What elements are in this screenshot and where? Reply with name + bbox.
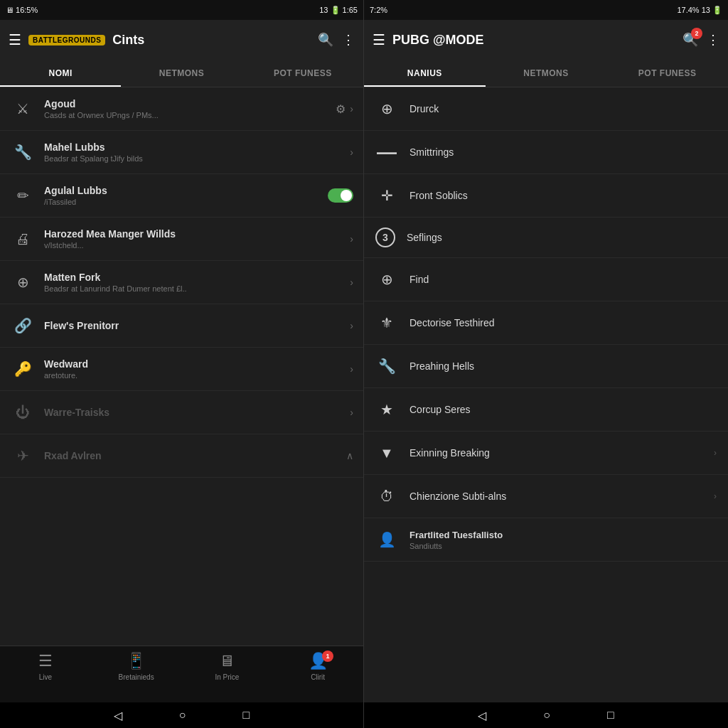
front-soblics-icon: ✛ xyxy=(375,184,398,207)
matten-fork-subtitle: Beadsr at Lanurind Rat Dumer netent £l.. xyxy=(44,284,341,293)
flews-prenitorr-chevron-icon: › xyxy=(350,320,353,331)
preahing-hells-icon: 🔧 xyxy=(375,355,398,378)
find-label: Find xyxy=(410,274,717,285)
left-recent-button[interactable]: □ xyxy=(243,709,250,722)
list-item-agulal-lubbs[interactable]: ✏ Agulal Lubbs /iTassiled xyxy=(0,174,363,218)
list-item-harozed-mea[interactable]: 🖨 Harozed Mea Manger Willds v/Istcheld..… xyxy=(0,218,363,261)
agulal-lubbs-toggle[interactable] xyxy=(328,188,353,203)
left-status-bar: 🖥 16:5% 13 🔋 1:65 xyxy=(0,0,363,20)
right-home-button[interactable]: ○ xyxy=(543,709,550,722)
exinning-breaking-label: Exinning Breaking xyxy=(410,447,702,459)
left-bottom-nav: ☰ Live 📱 Bretainieds 🖥 In Price 1 👤 Clir… xyxy=(0,646,363,702)
list-item-warre-traisks[interactable]: ⏻ Warre-Traisks › xyxy=(0,391,363,434)
wedward-subtitle: aretoture. xyxy=(44,371,341,380)
agoud-icon: ⚔ xyxy=(10,96,36,122)
left-tab-netmons[interactable]: NETMONS xyxy=(121,60,242,87)
menu-item-corcup-seres[interactable]: ★ Corcup Seres xyxy=(364,388,728,432)
harozed-mea-icon: 🖨 xyxy=(10,226,36,252)
wedward-chevron-icon: › xyxy=(350,363,353,375)
warre-traisks-title: Warre-Traisks xyxy=(44,407,341,418)
right-recent-button[interactable]: □ xyxy=(607,709,614,722)
smittrings-label: Smittrings xyxy=(410,146,717,158)
left-search-icon[interactable]: 🔍 xyxy=(318,32,333,48)
left-tab-pot-funess[interactable]: POT FUNESS xyxy=(242,60,363,87)
corcup-seres-icon: ★ xyxy=(375,398,398,421)
right-tabs: NANIUS NETMONS POT FUNESS xyxy=(364,60,728,87)
left-more-icon[interactable]: ⋮ xyxy=(342,32,355,48)
chienzione-subt-alns-icon: ⏱ xyxy=(375,485,398,508)
menu-item-drurck[interactable]: ⊕ Drurck xyxy=(364,87,728,131)
left-app-logo: BATTLEGROUNDS xyxy=(28,35,105,46)
right-hamburger-icon[interactable]: ☰ xyxy=(373,31,385,48)
frartlited-subtitle: Sandiutts xyxy=(410,542,717,550)
right-tab-netmons[interactable]: NETMONS xyxy=(486,60,607,87)
mahel-lubbs-icon: 🔧 xyxy=(10,139,36,165)
list-item-matten-fork[interactable]: ⊕ Matten Fork Beadsr at Lanurind Rat Dum… xyxy=(0,261,363,304)
menu-item-dectorise-testhired[interactable]: ⚜ Dectorise Testhired xyxy=(364,301,728,345)
right-menu-list: ⊕ Drurck — Smittrings ✛ Front Soblics 3 … xyxy=(364,87,728,702)
corcup-seres-label: Corcup Seres xyxy=(410,404,717,415)
rxad-avlren-icon: ✈ xyxy=(10,443,36,469)
front-soblics-label: Front Soblics xyxy=(410,190,717,201)
agoud-title: Agoud xyxy=(44,98,327,109)
find-icon: ⊕ xyxy=(375,268,398,291)
matten-fork-icon: ⊕ xyxy=(10,269,36,295)
right-app-header: ☰ PUBG @MODE 🔍 2 ⋮ xyxy=(364,20,728,60)
harozed-mea-subtitle: v/Istcheld... xyxy=(44,241,341,250)
warre-traisks-icon: ⏻ xyxy=(10,400,36,425)
nav-item-in-price[interactable]: 🖥 In Price xyxy=(182,652,273,681)
list-item-agoud[interactable]: ⚔ Agoud Casds at Orwnex UPngs / PMs... ⚙… xyxy=(0,87,363,131)
right-tab-nanius[interactable]: NANIUS xyxy=(364,60,486,87)
right-back-button[interactable]: ◁ xyxy=(478,709,486,722)
right-more-icon[interactable]: ⋮ xyxy=(707,32,719,48)
agoud-gear-icon[interactable]: ⚙ xyxy=(336,102,346,116)
warre-traisks-chevron-icon: › xyxy=(350,407,353,418)
matten-fork-title: Matten Fork xyxy=(44,272,341,283)
flews-prenitorr-icon: 🔗 xyxy=(10,313,36,338)
flews-prenitorr-title: Flew's Prenitorr xyxy=(44,320,341,331)
left-app-header: ☰ BATTLEGROUNDS Cints 🔍 ⋮ xyxy=(0,20,363,60)
right-search-icon[interactable]: 🔍 2 xyxy=(682,32,698,48)
nav-item-bretainieds[interactable]: 📱 Bretainieds xyxy=(91,652,182,681)
seflings-icon: 3 xyxy=(375,228,395,247)
chienzione-subt-alns-chevron-icon: › xyxy=(714,491,717,501)
dectorise-testhired-label: Dectorise Testhired xyxy=(410,317,717,328)
right-android-nav: ◁ ○ □ xyxy=(364,702,728,728)
nav-item-live[interactable]: ☰ Live xyxy=(0,652,91,681)
menu-item-chienzione-subt-alns[interactable]: ⏱ Chienzione Subti-alns › xyxy=(364,475,728,518)
left-android-nav: ◁ ○ □ xyxy=(0,702,363,728)
in-price-label: In Price xyxy=(215,673,239,681)
left-hamburger-icon[interactable]: ☰ xyxy=(9,31,21,48)
exinning-breaking-chevron-icon: › xyxy=(714,448,717,458)
clirit-label: Clirit xyxy=(311,673,325,681)
menu-item-find[interactable]: ⊕ Find xyxy=(364,258,728,301)
menu-item-smittrings[interactable]: — Smittrings xyxy=(364,131,728,174)
right-status-right: 17.4% 13 🔋 xyxy=(677,6,722,15)
right-status-bar: 7:2% 17.4% 13 🔋 xyxy=(364,0,728,20)
menu-item-frartlited[interactable]: 👤 Frartlited Tuesfallisto Sandiutts xyxy=(364,518,728,562)
frartlited-title: Frartlited Tuesfallisto xyxy=(410,530,717,540)
mahel-lubbs-chevron-icon: › xyxy=(350,146,353,158)
left-home-button[interactable]: ○ xyxy=(179,709,186,722)
list-item-wedward[interactable]: 🔑 Wedward aretoture. › xyxy=(0,348,363,391)
nav-item-clirit[interactable]: 1 👤 Clirit xyxy=(272,652,363,681)
left-status-left: 🖥 16:5% xyxy=(6,6,38,14)
list-item-rxad-avlren[interactable]: ✈ Rxad Avlren ∧ xyxy=(0,434,363,478)
left-tab-nomi[interactable]: NOMI xyxy=(0,60,121,87)
left-tabs: NOMI NETMONS POT FUNESS xyxy=(0,60,363,87)
menu-item-preahing-hells[interactable]: 🔧 Preahing Hells xyxy=(364,345,728,388)
right-tab-pot-funess[interactable]: POT FUNESS xyxy=(606,60,728,87)
left-list: ⚔ Agoud Casds at Orwnex UPngs / PMs... ⚙… xyxy=(0,87,363,646)
menu-item-seflings[interactable]: 3 Seflings xyxy=(364,218,728,258)
menu-item-exinning-breaking[interactable]: ▼ Exinning Breaking › xyxy=(364,432,728,475)
live-icon: ☰ xyxy=(38,652,53,670)
list-item-flews-prenitorr[interactable]: 🔗 Flew's Prenitorr › xyxy=(0,304,363,348)
list-item-mahel-lubbs[interactable]: 🔧 Mahel Lubbs Beadsr at Spalang tJify bi… xyxy=(0,131,363,174)
agoud-subtitle: Casds at Orwnex UPngs / PMs... xyxy=(44,111,327,119)
agulal-lubbs-title: Agulal Lubbs xyxy=(44,185,319,196)
left-back-button[interactable]: ◁ xyxy=(114,709,122,722)
harozed-mea-title: Harozed Mea Manger Willds xyxy=(44,228,341,240)
wedward-title: Wedward xyxy=(44,358,341,370)
in-price-icon: 🖥 xyxy=(219,652,235,670)
menu-item-front-soblics[interactable]: ✛ Front Soblics xyxy=(364,174,728,218)
